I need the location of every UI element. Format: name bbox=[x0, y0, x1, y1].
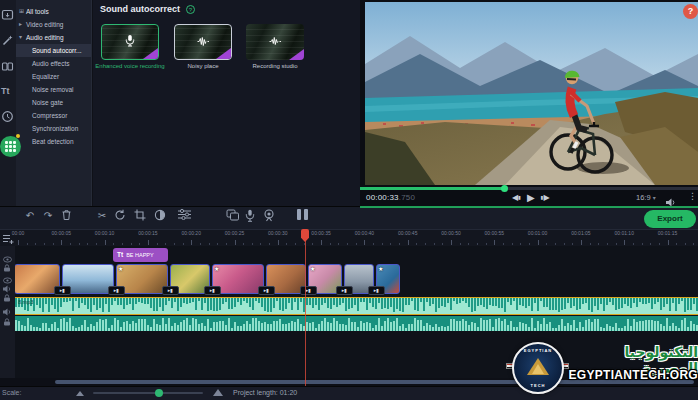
sidebar-item-compressor[interactable]: Compressor bbox=[16, 109, 91, 122]
sidebar-item-noise-gate[interactable]: Noise gate bbox=[16, 96, 91, 109]
waveform-bar bbox=[537, 298, 539, 311]
crop-button[interactable] bbox=[133, 209, 147, 223]
transition-badge[interactable]: ▸▮ bbox=[162, 286, 179, 295]
waveform-bar bbox=[594, 319, 596, 331]
chevron-down-icon: ▾ bbox=[19, 31, 22, 44]
export-button[interactable]: Export bbox=[644, 210, 696, 228]
scale-slider-knob[interactable] bbox=[155, 389, 163, 397]
audio-clip-2[interactable] bbox=[15, 316, 698, 331]
waveform-bar bbox=[405, 328, 407, 331]
waveform-bar bbox=[249, 298, 251, 307]
clip-properties-button[interactable] bbox=[177, 209, 191, 223]
transition-badge[interactable]: ▸▮ bbox=[300, 286, 317, 295]
sidebar-item-all-tools[interactable]: ⊞ All tools bbox=[16, 5, 91, 18]
waveform-bar bbox=[414, 318, 416, 331]
waveform-bar bbox=[693, 324, 695, 331]
preset-recording-studio[interactable] bbox=[246, 24, 304, 60]
sidebar-item-synchronization[interactable]: Synchronization bbox=[16, 122, 91, 135]
waveform-bar bbox=[663, 298, 665, 307]
horizontal-scrollbar-thumb[interactable] bbox=[55, 380, 694, 384]
waveform-bar bbox=[546, 324, 548, 331]
redo-button[interactable]: ↷ bbox=[41, 209, 55, 223]
stickers-clock-icon[interactable] bbox=[1, 110, 14, 123]
waveform-bar bbox=[141, 298, 143, 303]
more-tools-button[interactable] bbox=[0, 136, 21, 157]
waveform-bar bbox=[69, 298, 71, 301]
waveform-bar bbox=[369, 298, 371, 303]
previous-frame-button[interactable]: ◀▮ bbox=[512, 192, 521, 203]
sidebar: ⊞ All tools ▸ Video editing ▾ Audio edit… bbox=[16, 0, 92, 206]
webcam-capture-button[interactable] bbox=[262, 209, 276, 223]
waveform-bar bbox=[207, 298, 209, 311]
audio-clip-selected[interactable]: 8.mp3 bbox=[15, 297, 698, 315]
waveform-bar bbox=[540, 298, 542, 301]
aspect-ratio-dropdown[interactable]: 16:9 ▾ bbox=[636, 193, 656, 202]
ruler-tick bbox=[685, 243, 686, 245]
waveform-bar bbox=[165, 298, 167, 305]
play-button[interactable]: ▶ bbox=[527, 192, 535, 203]
video-clip[interactable]: ▸▮ bbox=[62, 264, 114, 294]
video-clip[interactable]: ★▸▮ bbox=[212, 264, 264, 294]
transition-badge[interactable]: ▸▮ bbox=[204, 286, 221, 295]
waveform-bar bbox=[360, 321, 362, 331]
ruler-tick bbox=[157, 243, 158, 245]
help-icon[interactable]: ? bbox=[186, 5, 195, 14]
waveform-bar bbox=[576, 328, 578, 331]
waveform-bar bbox=[18, 321, 20, 331]
import-media-icon[interactable] bbox=[1, 8, 14, 21]
sidebar-item-beat-detection[interactable]: Beat detection bbox=[16, 135, 91, 148]
preview-progress-knob[interactable] bbox=[501, 185, 508, 192]
waveform-bar bbox=[501, 298, 503, 308]
waveform-bar bbox=[90, 324, 92, 331]
scale-slider-track[interactable] bbox=[93, 392, 203, 394]
record-voiceover-button[interactable] bbox=[243, 209, 257, 223]
pause-icon[interactable] bbox=[297, 209, 301, 220]
waveform-bar bbox=[567, 323, 569, 331]
help-button[interactable]: ? bbox=[683, 4, 698, 19]
transition-badge[interactable]: ▸▮ bbox=[336, 286, 353, 295]
overlay-button[interactable] bbox=[225, 209, 239, 223]
waveform-bar bbox=[75, 298, 77, 301]
video-clip[interactable]: ★▸▮ bbox=[116, 264, 168, 294]
transitions-icon[interactable] bbox=[1, 60, 14, 73]
waveform-bar bbox=[513, 327, 515, 331]
titles-icon[interactable]: Tt bbox=[1, 86, 14, 99]
rotate-button[interactable] bbox=[113, 209, 127, 223]
sidebar-item-equalizer[interactable]: Equalizer bbox=[16, 70, 91, 83]
lock-icon[interactable] bbox=[3, 312, 11, 330]
preset-enhanced-voice-recording[interactable] bbox=[101, 24, 159, 60]
sidebar-item-sound-autocorr-[interactable]: Sound autocorr... bbox=[16, 44, 91, 57]
waveform-bar bbox=[306, 322, 308, 331]
sidebar-item-audio-effects[interactable]: Audio effects bbox=[16, 57, 91, 70]
sidebar-item-audio-editing[interactable]: ▾ Audio editing bbox=[16, 31, 91, 44]
waveform-bar bbox=[312, 298, 314, 308]
waveform-bar bbox=[639, 298, 641, 302]
split-scissors-button[interactable]: ✂ bbox=[95, 209, 109, 223]
waveform-bar bbox=[183, 320, 185, 331]
sidebar-item-noise-removal[interactable]: Noise removal bbox=[16, 83, 91, 96]
transition-badge[interactable]: ▸▮ bbox=[368, 286, 385, 295]
waveform-bar bbox=[39, 328, 41, 331]
next-frame-button[interactable]: ▮▶ bbox=[541, 192, 550, 203]
zoom-out-icon[interactable] bbox=[76, 391, 84, 396]
zoom-in-icon[interactable] bbox=[213, 389, 223, 396]
waveform-bar bbox=[618, 298, 620, 309]
waveform-bar bbox=[507, 325, 509, 331]
more-options-icon[interactable]: ⋮ bbox=[688, 191, 697, 201]
title-clip[interactable]: TtBE HAPPY bbox=[113, 248, 168, 262]
delete-button[interactable] bbox=[59, 209, 73, 223]
video-clip[interactable]: ★▸▮ bbox=[376, 264, 400, 294]
transition-badge[interactable]: ▸▮ bbox=[258, 286, 275, 295]
filters-wand-icon[interactable] bbox=[1, 34, 14, 47]
pause-icon[interactable] bbox=[304, 209, 308, 220]
color-adjustments-button[interactable] bbox=[153, 209, 167, 223]
waveform-bar bbox=[111, 325, 113, 331]
undo-button[interactable]: ↶ bbox=[23, 209, 37, 223]
waveform-bar bbox=[87, 327, 89, 331]
transition-badge[interactable]: ▸▮ bbox=[54, 286, 71, 295]
preset-noisy-place[interactable] bbox=[174, 24, 232, 60]
waveform-bar bbox=[78, 298, 80, 308]
waveform-bar bbox=[582, 327, 584, 331]
sidebar-item-video-editing[interactable]: ▸ Video editing bbox=[16, 18, 91, 31]
transition-badge[interactable]: ▸▮ bbox=[108, 286, 125, 295]
